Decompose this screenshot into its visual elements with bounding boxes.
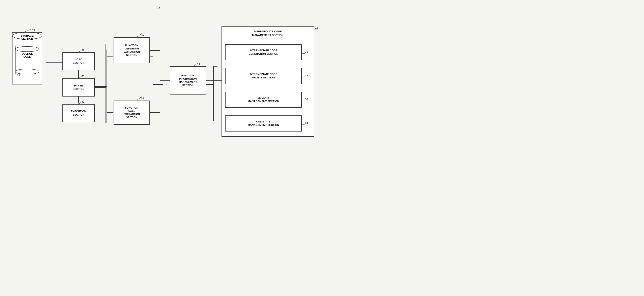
parse-section: PARSESECTION xyxy=(62,78,95,97)
ref-10: 18 xyxy=(157,6,160,9)
svg-line-16 xyxy=(78,75,84,78)
line-parse-bracket xyxy=(95,87,106,88)
execution-section: EXECUTIONSECTION xyxy=(62,104,95,122)
function-call-section: FUNCTIONCALLEXTRACTIONSECTION xyxy=(114,101,150,125)
load-section: LOADSECTION xyxy=(62,52,95,70)
function-info-section: FUNCTIONINFORMATIONMANAGEMENTSECTION xyxy=(170,66,206,95)
svg-line-20 xyxy=(193,63,198,66)
line-bracket-funccall xyxy=(106,112,114,112)
line-load-parse xyxy=(78,70,79,78)
memory-mgmt-section: MEMORYMANAGEMENT SECTION xyxy=(225,92,302,108)
line-bracket-funcdef xyxy=(106,50,114,50)
line-funccall-right xyxy=(150,112,160,113)
storage-section: 11 STORAGESECTION SOURCECODE 21 xyxy=(12,32,42,72)
source-code-label: SOURCECODE xyxy=(15,52,39,58)
storage-label-top: STORAGESECTION xyxy=(12,34,42,40)
svg-line-14 xyxy=(24,28,32,32)
svg-line-19 xyxy=(137,97,142,100)
diagram: 18 11 STORAGESECTION SOURCECODE 21 xyxy=(0,0,322,148)
bracket2-vertical xyxy=(160,50,160,113)
line-bracket2-funcinfo xyxy=(160,80,170,81)
intermediate-gen-section: INTERMEDIATE CODEGENERATION SECTION xyxy=(225,44,302,60)
database-cylinder: SOURCECODE xyxy=(15,46,39,74)
line-parse-exec xyxy=(78,97,79,104)
function-definition-section: FUNCTIONDEFINITIONEXTRACTIONSECTION xyxy=(114,37,150,63)
line-cylinder-load xyxy=(42,62,62,62)
intermediate-mgmt-label: INTERMEDIATE CODEMANAGEMENT SECTION xyxy=(223,30,312,37)
svg-line-15 xyxy=(78,49,84,52)
cylinder-storage: STORAGESECTION SOURCECODE 21 xyxy=(12,32,42,72)
svg-line-18 xyxy=(137,33,142,37)
intermediate-del-section: INTERMEDIATE CODEDELETE SECTION xyxy=(225,68,302,84)
bracket-vertical xyxy=(106,44,106,123)
line-funcinfo-mgmt xyxy=(206,80,222,81)
use-state-section: USE STATEMANAGEMENT SECTION xyxy=(225,115,302,132)
svg-line-17 xyxy=(78,101,84,104)
line-funcdef-right xyxy=(150,50,160,51)
